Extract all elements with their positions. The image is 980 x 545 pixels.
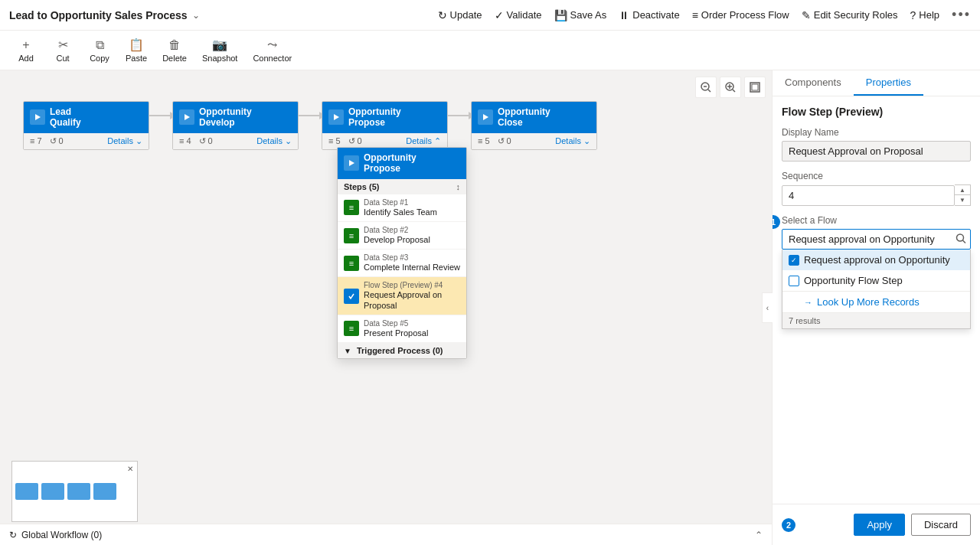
fit-to-screen-button[interactable] [744, 77, 766, 98]
zoom-in-button[interactable] [720, 77, 741, 98]
dropdown-item-1[interactable]: ✓ Request approval on Opportunity [782, 250, 970, 270]
flow-select-input[interactable] [782, 229, 971, 250]
minimap-close-button[interactable]: ✕ [125, 463, 136, 474]
global-workflow-icon: ↻ [9, 530, 17, 540]
order-process-flow-button[interactable]: ≡ Order Process Flow [692, 9, 789, 21]
steps-icon-4: ≡ [478, 136, 482, 145]
node-details-4[interactable]: Details ⌄ [555, 136, 590, 146]
copy-icon: ⧉ [96, 38, 104, 52]
node-title-2: Opportunity [199, 106, 252, 117]
step-text-5: Data Step #5 Present Proposal [364, 319, 428, 338]
step-text-2: Data Step #2 Develop Proposal [364, 226, 430, 245]
popup-step-1[interactable]: ≡ Data Step #1 Identify Sales Team [338, 194, 466, 222]
flow-node-4[interactable]: Opportunity Close ≡ 5 ↺ 0 Detai [471, 101, 597, 150]
dropdown-item-lookup[interactable]: → Look Up More Records [782, 291, 970, 312]
flow-node-2[interactable]: Opportunity Develop ≡ 4 ↺ 0 Det [172, 101, 299, 150]
node-steps-2: ≡ 4 [179, 136, 191, 145]
svg-marker-10 [185, 114, 190, 120]
check-icon: ✓ [495, 9, 504, 21]
node-arrows-4: ↺ 0 [498, 136, 511, 146]
snapshot-button[interactable]: 📷 Snapshot [196, 34, 243, 66]
display-name-label: Display Name [782, 127, 971, 138]
arrow-1-2 [149, 101, 172, 116]
node-title-1: Lead [50, 106, 81, 117]
popup-section-header: Steps (5) ↕ [338, 179, 466, 194]
flow-dropdown: ✓ Request approval on Opportunity Opport… [782, 250, 971, 329]
sequence-field: ▲ ▼ [782, 184, 971, 206]
sequence-up-button[interactable]: ▲ [955, 185, 970, 195]
node-arrows-3: ↺ 0 [348, 136, 362, 146]
sort-button[interactable]: ↕ [456, 182, 461, 191]
steps-icon-3: ≡ [328, 136, 333, 145]
more-options-button[interactable]: ••• [952, 7, 971, 23]
validate-button[interactable]: ✓ Validate [495, 9, 542, 21]
page-title: Lead to Opportunity Sales Process [9, 9, 188, 21]
popup-step-3[interactable]: ≡ Data Step #3 Complete Internal Review [338, 250, 466, 277]
tab-components[interactable]: Components [773, 70, 854, 96]
steps-icon-2: ≡ [179, 136, 184, 145]
check-icon-1: ✓ [789, 255, 799, 266]
discard-button[interactable]: Discard [911, 514, 971, 536]
popup-step-4-selected[interactable]: Flow Step (Preview) #4 Request Approval … [338, 277, 466, 315]
popup-header: Opportunity Propose [338, 148, 466, 179]
panel-bottom: 2 Apply Discard [773, 504, 980, 545]
node-details-2[interactable]: Details ⌄ [256, 136, 292, 146]
dropdown-item-2[interactable]: Opportunity Flow Step [782, 270, 970, 291]
toolbar: + Add ✂ Cut ⧉ Copy 📋 Paste 🗑 Delete 📷 Sn… [0, 31, 980, 70]
bottom-bar-expand-button[interactable]: ⌃ [755, 530, 763, 540]
chevron-down-icon[interactable]: ⌄ [192, 10, 200, 21]
sequence-input[interactable] [782, 185, 955, 206]
expanded-node-popup: Opportunity Propose Steps (5) ↕ ≡ Data S… [337, 147, 467, 359]
cut-icon: ✂ [58, 38, 68, 52]
minimap-nodes [15, 465, 134, 518]
node-subtitle-4: Close [498, 117, 550, 128]
svg-point-14 [957, 234, 964, 241]
refresh-icon: ↻ [438, 9, 447, 21]
select-flow-row: 1 Select a Flow [782, 215, 971, 226]
cut-button[interactable]: ✂ Cut [46, 34, 80, 66]
edit-security-roles-button[interactable]: ✎ Edit Security Roles [802, 9, 898, 21]
svg-rect-8 [752, 84, 758, 90]
arrow-3-4 [448, 101, 471, 116]
apply-button[interactable]: Apply [854, 514, 905, 536]
canvas-area: Lead Qualify ≡ 7 ↺ 0 Details ⌄ [0, 70, 772, 545]
flow-node-1[interactable]: Lead Qualify ≡ 7 ↺ 0 Details ⌄ [23, 101, 149, 150]
zoom-out-button[interactable] [695, 77, 717, 98]
add-button[interactable]: + Add [9, 35, 43, 66]
node-steps-3: ≡ 5 [328, 136, 341, 145]
svg-marker-13 [349, 160, 354, 166]
svg-marker-12 [483, 114, 488, 120]
node-subtitle-3: Propose [348, 117, 401, 128]
tab-properties[interactable]: Properties [854, 70, 923, 96]
step-text-4: Flow Step (Preview) #4 Request Approval … [364, 281, 460, 310]
node-title-4: Opportunity [498, 106, 550, 117]
node-details-3[interactable]: Details ⌃ [406, 136, 441, 146]
node-icon-1 [30, 109, 45, 125]
panel-body: Flow Step (Preview) Display Name Request… [773, 96, 980, 504]
svg-marker-11 [334, 114, 339, 120]
minimap-node-4 [93, 483, 116, 500]
popup-step-2[interactable]: ≡ Data Step #2 Develop Proposal [338, 222, 466, 250]
node-icon-2 [179, 109, 194, 125]
pause-icon: ⏸ [619, 9, 629, 21]
connector-button[interactable]: ⤳ Connector [247, 34, 298, 66]
flow-node-3[interactable]: Opportunity Propose ≡ 5 ↺ 0 Det [322, 101, 448, 150]
node-details-1[interactable]: Details ⌄ [107, 136, 142, 146]
minimap: ✕ [11, 461, 138, 522]
svg-line-6 [733, 90, 735, 92]
panel-collapse-button[interactable]: ‹ [762, 292, 773, 323]
save-as-button[interactable]: 💾 Save As [554, 9, 607, 21]
lookup-arrow-icon: → [804, 298, 812, 307]
popup-step-5[interactable]: ≡ Data Step #5 Present Proposal [338, 315, 466, 343]
sequence-down-button[interactable]: ▼ [955, 195, 970, 205]
paste-button[interactable]: 📋 Paste [119, 34, 153, 66]
deactivate-button[interactable]: ⏸ Deactivate [619, 9, 679, 21]
delete-button[interactable]: 🗑 Delete [156, 35, 193, 66]
help-button[interactable]: ? Help [910, 9, 940, 21]
svg-marker-9 [35, 114, 41, 120]
update-button[interactable]: ↻ Update [438, 9, 482, 21]
search-icon[interactable] [956, 233, 966, 246]
select-flow-label: Select a Flow [782, 215, 971, 226]
step-icon-2: ≡ [344, 228, 359, 243]
copy-button[interactable]: ⧉ Copy [83, 35, 116, 66]
